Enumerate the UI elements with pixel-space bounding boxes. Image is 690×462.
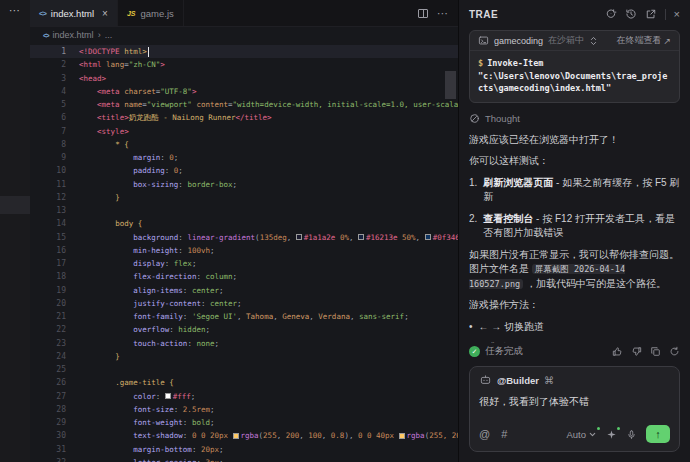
code-line[interactable]: 18 flex-direction: column;	[30, 270, 458, 283]
activity-more-icon[interactable]: ⋯	[0, 0, 30, 17]
task-status-label: 任务完成	[485, 345, 523, 358]
code-line[interactable]: 28 font-size: 2.5rem;	[30, 403, 458, 416]
shortcut-icon: ⌘	[544, 375, 554, 386]
code-line[interactable]: 20 justify-content: center;	[30, 297, 458, 310]
line-number: 17	[30, 259, 66, 268]
history-icon[interactable]	[625, 8, 637, 20]
list-marker: •	[469, 341, 473, 343]
js-file-icon: JS	[127, 10, 136, 17]
tab-game-js[interactable]: JS game.js	[118, 0, 184, 26]
command-text: Invoke-Item	[487, 58, 543, 68]
line-number: 20	[30, 299, 66, 308]
code-line[interactable]: 23 touch-action: none;	[30, 337, 458, 350]
code-line[interactable]: 27 color: #fff;	[30, 390, 458, 403]
mode-selector[interactable]: Auto	[566, 429, 597, 440]
sandbox-badge: 在沙箱中	[548, 34, 584, 47]
mention-button[interactable]: @	[479, 428, 490, 440]
breadcrumb-more[interactable]: ...	[105, 30, 113, 40]
code-line[interactable]: 30 text-shadow: 0 0 20px rgba(255, 200, …	[30, 429, 458, 442]
tab-index-html[interactable]: <> index.html ×	[30, 0, 118, 26]
code-line[interactable]: 14 body {	[30, 217, 458, 230]
chat-composer[interactable]: @Builder ⌘ 很好，我看到了体验不错 @ # Auto	[469, 366, 680, 452]
line-number: 29	[30, 418, 66, 427]
list-item: •↑ 跳跃	[469, 341, 680, 343]
thought-row[interactable]: Thought	[469, 113, 680, 124]
code-line[interactable]: 16 min-height: 100vh;	[30, 244, 458, 257]
code-line[interactable]: 8 * {	[30, 138, 458, 151]
code-line[interactable]: 6 <title>奶龙跑酷 - NaiLong Runner</title>	[30, 111, 458, 124]
code-line[interactable]: 31 margin-bottom: 20px;	[30, 443, 458, 456]
open-in-new-icon[interactable]	[645, 8, 657, 20]
close-tab-icon[interactable]: ×	[102, 8, 108, 19]
line-number: 4	[30, 87, 66, 96]
line-number: 26	[30, 378, 66, 387]
code-line[interactable]: 2<html lang="zh-CN">	[30, 58, 458, 71]
list-marker: 1.	[469, 176, 477, 205]
prompt-symbol: $	[478, 58, 483, 68]
code-editor[interactable]: 1<!DOCTYPE html>2<html lang="zh-CN">3<he…	[30, 43, 458, 462]
view-in-terminal-link[interactable]: 在终端查看 ↗	[616, 34, 671, 47]
editor-scrollbar[interactable]	[445, 71, 456, 99]
line-number: 1	[30, 47, 66, 56]
code-line[interactable]: 13	[30, 204, 458, 217]
code-line[interactable]: 10 padding: 0;	[30, 164, 458, 177]
list-marker: •	[469, 320, 473, 335]
new-chat-icon[interactable]	[605, 8, 617, 20]
code-line[interactable]: 15 background: linear-gradient(135deg, #…	[30, 231, 458, 244]
copy-icon[interactable]	[650, 346, 661, 357]
code-line[interactable]: 11 box-sizing: border-box;	[30, 178, 458, 191]
hash-button[interactable]: #	[501, 428, 507, 440]
terminal-card-header: gamecoding 在沙箱中 在终端查看 ↗	[470, 31, 679, 51]
check-circle-icon: ✓	[469, 346, 480, 357]
chevron-down-icon	[588, 430, 597, 439]
code-line[interactable]: 3<head>	[30, 72, 458, 85]
message-paragraph: 如果图片没有正常显示，我可以帮你排查问题。图片文件名是 屏幕截图 2026-04…	[469, 248, 680, 292]
code-line[interactable]: 7 <style>	[30, 125, 458, 138]
breadcrumb[interactable]: <> index.html › ...	[30, 27, 458, 43]
regenerate-icon[interactable]	[669, 346, 680, 357]
send-icon[interactable]: ↑	[646, 425, 670, 443]
mic-icon[interactable]	[626, 429, 637, 440]
code-line[interactable]: 5 <meta name="viewport" content="width=d…	[30, 98, 458, 111]
line-number: 24	[30, 352, 66, 361]
thumbs-up-icon[interactable]	[612, 346, 623, 357]
code-line[interactable]: 19 align-items: center;	[30, 284, 458, 297]
code-line[interactable]: 25	[30, 363, 458, 376]
mode-status-dot	[597, 427, 600, 430]
line-number: 11	[30, 180, 66, 189]
breadcrumb-file[interactable]: index.html	[53, 30, 94, 40]
code-line[interactable]: 12 }	[30, 191, 458, 204]
thumbs-down-icon[interactable]	[631, 346, 642, 357]
line-number: 6	[30, 113, 66, 122]
line-number: 10	[30, 166, 66, 175]
chat-messages: 游戏应该已经在浏览器中打开了！你可以这样测试：1.刷新浏览器页面 - 如果之前有…	[469, 133, 680, 344]
code-line[interactable]: 1<!DOCTYPE html>	[30, 45, 458, 58]
code-line[interactable]: 9 margin: 0;	[30, 151, 458, 164]
code-line[interactable]: 22 overflow: hidden;	[30, 323, 458, 336]
code-lines: 1<!DOCTYPE html>2<html lang="zh-CN">3<he…	[30, 45, 458, 462]
code-line[interactable]: 29 font-weight: bold;	[30, 416, 458, 429]
line-number: 21	[30, 312, 66, 321]
color-swatch	[425, 234, 431, 240]
trae-ai-panel: TRAE ×	[458, 0, 690, 462]
chevron-updown-icon[interactable]	[589, 36, 598, 46]
line-number: 12	[30, 193, 66, 202]
agent-name[interactable]: @Builder	[497, 375, 539, 386]
terminal-icon	[478, 35, 489, 46]
code-line[interactable]: 24 }	[30, 350, 458, 363]
code-line[interactable]: 32 letter-spacing: 3px;	[30, 456, 458, 462]
editor-more-icon[interactable]: ⋯	[437, 7, 449, 20]
code-line[interactable]: 21 font-family: 'Segoe UI', Tahoma, Gene…	[30, 310, 458, 323]
command-arg: "c:\Users\lenovo\Documents\trae_projects…	[478, 70, 671, 95]
code-line[interactable]: 26 .game-title {	[30, 376, 458, 389]
line-number: 31	[30, 445, 66, 454]
sparkle-icon[interactable]	[606, 429, 617, 440]
code-line[interactable]: 17 display: flex;	[30, 257, 458, 270]
terminal-command: $Invoke-Item "c:\Users\lenovo\Documents\…	[470, 51, 679, 102]
chat-input[interactable]: 很好，我看到了体验不错	[479, 395, 670, 409]
activity-bar-highlight	[0, 196, 30, 214]
split-editor-icon[interactable]	[418, 9, 428, 18]
close-panel-icon[interactable]: ×	[674, 8, 680, 20]
code-line[interactable]: 4 <meta charset="UTF-8">	[30, 85, 458, 98]
line-number: 25	[30, 365, 66, 374]
